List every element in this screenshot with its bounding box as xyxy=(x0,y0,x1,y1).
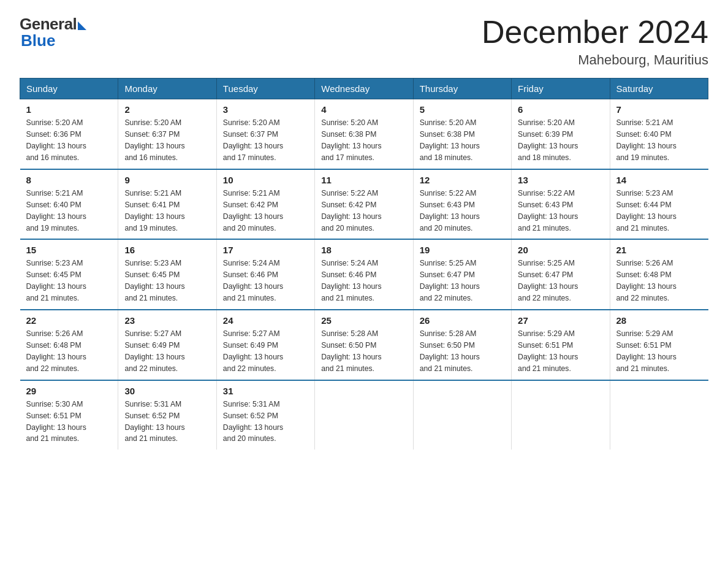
day-number: 27 xyxy=(518,315,603,326)
day-info: Sunrise: 5:27 AMSunset: 6:49 PMDaylight:… xyxy=(223,328,308,375)
day-cell: 11 Sunrise: 5:22 AMSunset: 6:42 PMDaylig… xyxy=(315,169,413,240)
day-number: 22 xyxy=(26,315,112,326)
day-number: 26 xyxy=(420,315,505,326)
day-info: Sunrise: 5:25 AMSunset: 6:47 PMDaylight:… xyxy=(518,258,603,304)
day-info: Sunrise: 5:28 AMSunset: 6:50 PMDaylight:… xyxy=(420,328,505,375)
logo-arrow-icon xyxy=(78,21,86,30)
day-info: Sunrise: 5:23 AMSunset: 6:44 PMDaylight:… xyxy=(616,188,702,234)
day-number: 4 xyxy=(321,104,406,115)
day-number: 30 xyxy=(124,386,210,396)
day-number: 18 xyxy=(321,245,406,255)
day-number: 15 xyxy=(26,245,112,255)
day-number: 5 xyxy=(420,104,505,115)
day-cell: 5 Sunrise: 5:20 AMSunset: 6:38 PMDayligh… xyxy=(413,99,511,169)
calendar-header-row: SundayMondayTuesdayWednesdayThursdayFrid… xyxy=(20,79,708,99)
day-info: Sunrise: 5:24 AMSunset: 6:46 PMDaylight:… xyxy=(321,258,406,304)
day-info: Sunrise: 5:23 AMSunset: 6:45 PMDaylight:… xyxy=(124,258,210,304)
day-cell: 25 Sunrise: 5:28 AMSunset: 6:50 PMDaylig… xyxy=(315,310,413,380)
week-row-2: 8 Sunrise: 5:21 AMSunset: 6:40 PMDayligh… xyxy=(20,169,708,240)
day-cell xyxy=(315,380,413,450)
day-cell: 26 Sunrise: 5:28 AMSunset: 6:50 PMDaylig… xyxy=(413,310,511,380)
day-cell: 14 Sunrise: 5:23 AMSunset: 6:44 PMDaylig… xyxy=(610,169,708,240)
day-cell: 13 Sunrise: 5:22 AMSunset: 6:43 PMDaylig… xyxy=(512,169,610,240)
day-cell: 20 Sunrise: 5:25 AMSunset: 6:47 PMDaylig… xyxy=(512,239,610,310)
logo-blue-text: Blue xyxy=(20,31,55,50)
day-cell: 4 Sunrise: 5:20 AMSunset: 6:38 PMDayligh… xyxy=(315,99,413,169)
day-cell: 21 Sunrise: 5:26 AMSunset: 6:48 PMDaylig… xyxy=(610,239,708,310)
day-cell: 23 Sunrise: 5:27 AMSunset: 6:49 PMDaylig… xyxy=(118,310,216,380)
day-number: 8 xyxy=(26,175,112,185)
week-row-4: 22 Sunrise: 5:26 AMSunset: 6:48 PMDaylig… xyxy=(20,310,708,380)
header-saturday: Saturday xyxy=(610,79,708,99)
day-cell: 28 Sunrise: 5:29 AMSunset: 6:51 PMDaylig… xyxy=(610,310,708,380)
header-monday: Monday xyxy=(118,79,216,99)
day-info: Sunrise: 5:25 AMSunset: 6:47 PMDaylight:… xyxy=(420,258,505,304)
day-cell xyxy=(610,380,708,450)
day-cell: 29 Sunrise: 5:30 AMSunset: 6:51 PMDaylig… xyxy=(20,380,118,450)
day-cell: 10 Sunrise: 5:21 AMSunset: 6:42 PMDaylig… xyxy=(216,169,314,240)
header-friday: Friday xyxy=(512,79,610,99)
day-number: 20 xyxy=(518,245,603,255)
day-info: Sunrise: 5:20 AMSunset: 6:37 PMDaylight:… xyxy=(124,117,210,164)
header-tuesday: Tuesday xyxy=(216,79,314,99)
day-info: Sunrise: 5:22 AMSunset: 6:43 PMDaylight:… xyxy=(420,188,505,234)
day-number: 3 xyxy=(223,104,308,115)
day-number: 17 xyxy=(223,245,308,255)
day-info: Sunrise: 5:20 AMSunset: 6:36 PMDaylight:… xyxy=(26,117,112,164)
calendar-table: SundayMondayTuesdayWednesdayThursdayFrid… xyxy=(20,78,708,450)
day-info: Sunrise: 5:30 AMSunset: 6:51 PMDaylight:… xyxy=(26,399,112,445)
header-thursday: Thursday xyxy=(413,79,511,99)
day-info: Sunrise: 5:21 AMSunset: 6:41 PMDaylight:… xyxy=(124,188,210,234)
day-number: 31 xyxy=(223,386,308,396)
day-info: Sunrise: 5:23 AMSunset: 6:45 PMDaylight:… xyxy=(26,258,112,304)
day-cell: 3 Sunrise: 5:20 AMSunset: 6:37 PMDayligh… xyxy=(216,99,314,169)
day-number: 25 xyxy=(321,315,406,326)
day-number: 12 xyxy=(420,175,505,185)
day-info: Sunrise: 5:28 AMSunset: 6:50 PMDaylight:… xyxy=(321,328,406,375)
day-number: 1 xyxy=(26,104,112,115)
day-cell: 9 Sunrise: 5:21 AMSunset: 6:41 PMDayligh… xyxy=(118,169,216,240)
day-info: Sunrise: 5:26 AMSunset: 6:48 PMDaylight:… xyxy=(616,258,702,304)
day-number: 23 xyxy=(124,315,210,326)
day-cell: 8 Sunrise: 5:21 AMSunset: 6:40 PMDayligh… xyxy=(20,169,118,240)
day-cell: 12 Sunrise: 5:22 AMSunset: 6:43 PMDaylig… xyxy=(413,169,511,240)
day-number: 10 xyxy=(223,175,308,185)
day-number: 24 xyxy=(223,315,308,326)
title-block: December 2024 Mahebourg, Mauritius xyxy=(482,15,708,68)
calendar-location: Mahebourg, Mauritius xyxy=(482,52,708,68)
header-wednesday: Wednesday xyxy=(315,79,413,99)
day-info: Sunrise: 5:20 AMSunset: 6:38 PMDaylight:… xyxy=(420,117,505,164)
day-number: 11 xyxy=(321,175,406,185)
day-number: 13 xyxy=(518,175,603,185)
week-row-3: 15 Sunrise: 5:23 AMSunset: 6:45 PMDaylig… xyxy=(20,239,708,310)
day-info: Sunrise: 5:21 AMSunset: 6:40 PMDaylight:… xyxy=(26,188,112,234)
day-number: 14 xyxy=(616,175,702,185)
day-number: 29 xyxy=(26,386,112,396)
day-info: Sunrise: 5:22 AMSunset: 6:43 PMDaylight:… xyxy=(518,188,603,234)
day-info: Sunrise: 5:27 AMSunset: 6:49 PMDaylight:… xyxy=(124,328,210,375)
day-number: 21 xyxy=(616,245,702,255)
day-cell: 27 Sunrise: 5:29 AMSunset: 6:51 PMDaylig… xyxy=(512,310,610,380)
day-info: Sunrise: 5:24 AMSunset: 6:46 PMDaylight:… xyxy=(223,258,308,304)
day-cell: 7 Sunrise: 5:21 AMSunset: 6:40 PMDayligh… xyxy=(610,99,708,169)
day-cell: 19 Sunrise: 5:25 AMSunset: 6:47 PMDaylig… xyxy=(413,239,511,310)
day-cell: 24 Sunrise: 5:27 AMSunset: 6:49 PMDaylig… xyxy=(216,310,314,380)
day-number: 19 xyxy=(420,245,505,255)
day-cell: 16 Sunrise: 5:23 AMSunset: 6:45 PMDaylig… xyxy=(118,239,216,310)
day-cell xyxy=(512,380,610,450)
day-cell: 17 Sunrise: 5:24 AMSunset: 6:46 PMDaylig… xyxy=(216,239,314,310)
day-info: Sunrise: 5:20 AMSunset: 6:37 PMDaylight:… xyxy=(223,117,308,164)
day-cell: 18 Sunrise: 5:24 AMSunset: 6:46 PMDaylig… xyxy=(315,239,413,310)
day-number: 2 xyxy=(124,104,210,115)
day-info: Sunrise: 5:20 AMSunset: 6:38 PMDaylight:… xyxy=(321,117,406,164)
day-cell xyxy=(413,380,511,450)
day-info: Sunrise: 5:31 AMSunset: 6:52 PMDaylight:… xyxy=(223,399,308,445)
day-info: Sunrise: 5:29 AMSunset: 6:51 PMDaylight:… xyxy=(518,328,603,375)
day-cell: 6 Sunrise: 5:20 AMSunset: 6:39 PMDayligh… xyxy=(512,99,610,169)
day-info: Sunrise: 5:21 AMSunset: 6:42 PMDaylight:… xyxy=(223,188,308,234)
week-row-1: 1 Sunrise: 5:20 AMSunset: 6:36 PMDayligh… xyxy=(20,99,708,169)
day-cell: 30 Sunrise: 5:31 AMSunset: 6:52 PMDaylig… xyxy=(118,380,216,450)
logo: General Blue xyxy=(20,15,86,50)
day-info: Sunrise: 5:21 AMSunset: 6:40 PMDaylight:… xyxy=(616,117,702,164)
day-info: Sunrise: 5:26 AMSunset: 6:48 PMDaylight:… xyxy=(26,328,112,375)
